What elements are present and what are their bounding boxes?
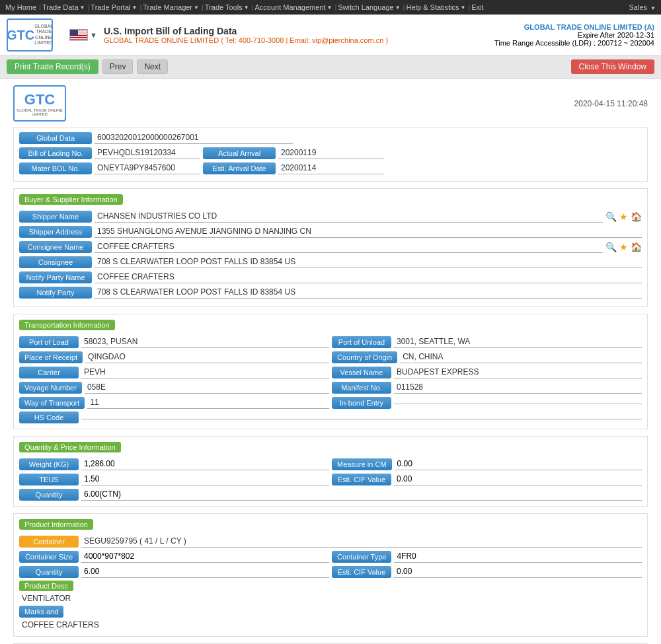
hs-code-row: HS Code [19, 411, 642, 423]
in-bond-entry-value [394, 401, 642, 404]
teus-label: TEUS [19, 474, 79, 485]
record-datetime: 2020-04-15 11:20:48 [574, 99, 648, 108]
teus-row: TEUS 1.50 [19, 473, 329, 485]
qty-quantity-row: Quantity 6.00(CTN) [19, 488, 642, 501]
country-of-origin-row: Country of Origin CN, CHINA [332, 351, 642, 363]
container-type-label: Container Type [332, 551, 391, 563]
product-cif-value: 0.00 [394, 565, 642, 578]
container-size-row: Container Size 4000*907*802 [19, 550, 329, 563]
shipper-address-label: Shipper Address [19, 226, 92, 238]
voyage-number-row: Voyage Number 058E [19, 381, 329, 394]
header-title: U.S. Import Bill of Lading Data [104, 26, 494, 36]
manifest-no-value: 011528 [394, 381, 642, 394]
shipper-name-star-icon[interactable]: ★ [619, 211, 628, 222]
us-flag-icon [69, 29, 88, 41]
flag-canton [70, 30, 78, 36]
shipper-name-search-icon[interactable]: 🔍 [605, 211, 617, 222]
esti-arrival-value: 20200114 [278, 162, 384, 174]
manifest-no-label: Manifest No. [332, 382, 391, 394]
qty-quantity-label: Quantity [19, 489, 79, 501]
actual-arrival-label: Actual Arrival [203, 147, 276, 159]
shipper-name-home-icon[interactable]: 🏠 [631, 211, 642, 222]
teus-value: 1.50 [81, 473, 329, 485]
consignee-name-row: Consignee Name COFFEE CRAFTERS 🔍 ★ 🏠 [19, 240, 642, 253]
record-logo-box: GTC GLOBAL TRADE ONLINE LIMITED [13, 85, 66, 122]
buyer-supplier-title: Buyer & Supplier Information [19, 194, 123, 205]
flag-dropdown[interactable]: ▼ [90, 31, 97, 39]
global-data-row: Global Data 60032020012000000267001 [19, 131, 642, 144]
esti-cif-label: Esti. CIF Value [332, 474, 391, 485]
in-bond-entry-row: In-bond Entry [332, 396, 642, 409]
consignee-name-value: COFFEE CRAFTERS [95, 240, 603, 253]
consignee-name-home-icon[interactable]: 🏠 [631, 242, 642, 252]
port-of-unload-value: 3001, SEATTLE, WA [394, 336, 642, 348]
time-range: Time Range Accessible (LDR) : 200712 ~ 2… [494, 39, 654, 47]
consignee-name-star-icon[interactable]: ★ [619, 242, 628, 252]
nav-trade-portal[interactable]: Trade Portal ▼ [91, 3, 137, 11]
voyage-number-label: Voyage Number [19, 382, 82, 394]
weight-row: Weight (KG) 1,286.00 [19, 458, 329, 470]
in-bond-entry-label: In-bond Entry [332, 397, 391, 409]
nav-sales[interactable]: Sales ▼ [629, 3, 656, 11]
global-data-label: Global Data [19, 132, 92, 144]
country-of-origin-label: Country of Origin [332, 351, 397, 363]
bol-label: Bill of Lading No. [19, 147, 92, 159]
logo-area: GTC GLOBAL TRADEONLINE LIMITED [7, 18, 53, 52]
global-data-section: Global Data 60032020012000000267001 Bill… [13, 127, 648, 182]
nav-trade-manager[interactable]: Trade Manager ▼ [143, 3, 199, 11]
record-logo-gtc: GTC [24, 91, 55, 108]
mater-bol-row: Mater BOL No. ONEYTA9PY8457600 Esti. Arr… [19, 162, 642, 174]
transport-grid: Port of Load 58023, PUSAN Port of Unload… [19, 336, 642, 409]
measure-row: Measure in CM 0.00 [332, 458, 642, 470]
shipper-name-value: CHANSEN INDUSTRIES CO LTD [95, 210, 603, 223]
logo-box: GTC GLOBAL TRADEONLINE LIMITED [7, 18, 53, 52]
expiry-date: Expire After 2020-12-31 [494, 31, 654, 39]
header-subtitle: GLOBAL TRADE ONLINE LIMITED ( Tel: 400-7… [104, 36, 494, 44]
logo-gtc-text: GTC [7, 28, 34, 42]
shipper-name-row: Shipper Name CHANSEN INDUSTRIES CO LTD 🔍… [19, 210, 642, 223]
port-of-load-row: Port of Load 58023, PUSAN [19, 336, 329, 348]
nav-exit[interactable]: Exit [471, 3, 483, 11]
port-of-load-value: 58023, PUSAN [81, 336, 329, 348]
notify-party-name-value: COFFEE CRAFTERS [95, 271, 642, 283]
nav-trade-data[interactable]: Trade Data ▼ [42, 3, 85, 11]
voyage-number-value: 058E [85, 381, 329, 394]
nav-account-management[interactable]: Account Management ▼ [254, 3, 332, 11]
product-title: Product Information [19, 519, 93, 530]
carrier-label: Carrier [19, 367, 79, 378]
vessel-name-row: Vessel Name BUDAPEST EXPRESS [332, 366, 642, 378]
carrier-value: PEVH [81, 366, 329, 378]
hs-code-label: HS Code [19, 411, 79, 423]
place-of-receipt-row: Place of Receipt QINGDAO [19, 351, 329, 363]
quantity-title: Quantity & Price Information [19, 442, 121, 452]
consignee-value: 708 S CLEARWATER LOOP POST FALLS ID 8385… [95, 256, 642, 268]
record-header: GTC GLOBAL TRADE ONLINE LIMITED 2020-04-… [13, 85, 648, 122]
measure-label: Measure in CM [332, 458, 392, 470]
bol-value: PEVHQDLS19120334 [95, 147, 200, 159]
container-type-value: 4FR0 [394, 550, 642, 563]
nav-my-home[interactable]: My Home [5, 3, 36, 11]
next-button-top[interactable]: Next [137, 59, 168, 74]
product-desc-value: VENTILATOR [22, 594, 642, 603]
hs-code-value [81, 416, 642, 419]
marks-label: Marks and [19, 606, 63, 618]
nav-trade-tools[interactable]: Trade Tools ▼ [205, 3, 249, 11]
main-content: GTC GLOBAL TRADE ONLINE LIMITED 2020-04-… [0, 79, 661, 644]
shipper-address-row: Shipper Address 1355 SHUANGLONG AVENUE J… [19, 225, 642, 238]
mater-bol-label: Mater BOL No. [19, 162, 92, 174]
consignee-name-search-icon[interactable]: 🔍 [605, 242, 617, 252]
actual-arrival-value: 20200119 [278, 147, 384, 159]
weight-label: Weight (KG) [19, 458, 79, 470]
esti-arrival-label: Esti. Arrival Date [203, 162, 276, 174]
nav-switch-language[interactable]: Switch Language ▼ [338, 3, 400, 11]
print-record-button-top[interactable]: Print Trade Record(s) [7, 59, 98, 74]
marks-value: COFFEE CRAFTERS [22, 620, 642, 629]
port-of-unload-row: Port of Unload 3001, SEATTLE, WA [332, 336, 642, 348]
nav-help-statistics[interactable]: Help & Statistics ▼ [406, 3, 465, 11]
top-navigation: My Home | Trade Data ▼ | Trade Portal ▼ … [0, 0, 661, 15]
prev-button-top[interactable]: Prev [102, 59, 134, 74]
product-desc-area: Product Desc [19, 581, 642, 591]
port-of-unload-label: Port of Unload [332, 336, 391, 348]
vessel-name-label: Vessel Name [332, 367, 391, 378]
close-window-button-top[interactable]: Close This Window [571, 59, 654, 74]
